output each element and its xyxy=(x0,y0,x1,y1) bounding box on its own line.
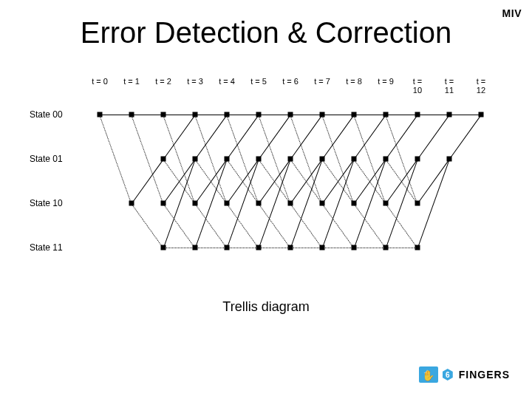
time-label: t = 7 xyxy=(314,78,330,86)
trellis-edge xyxy=(386,115,418,160)
trellis-edge xyxy=(290,248,322,248)
trellis-edge xyxy=(449,115,481,115)
figure-caption: Trellis diagram xyxy=(0,299,532,315)
trellis-edge xyxy=(417,115,449,115)
trellis-edge xyxy=(290,203,322,248)
trellis-edge xyxy=(227,159,259,248)
trellis-node xyxy=(98,112,103,117)
trellis-edge xyxy=(321,115,354,203)
trellis-node xyxy=(225,201,230,206)
trellis-node xyxy=(288,201,293,206)
trellis-node xyxy=(129,201,134,206)
trellis-edge xyxy=(226,115,259,203)
trellis-edge xyxy=(195,115,228,160)
trellis-edge xyxy=(322,115,355,160)
time-label: t = 6 xyxy=(282,78,299,86)
trellis-node xyxy=(415,245,420,250)
trellis-edge xyxy=(322,115,354,115)
trellis-node xyxy=(161,201,166,206)
time-label: t = 1 xyxy=(123,78,140,86)
slide: MIV Error Detection & Correction State 0… xyxy=(0,0,532,399)
trellis-node xyxy=(320,157,325,162)
trellis-diagram: State 00State 01State 10State 11t = 0t =… xyxy=(30,81,502,273)
trellis-node xyxy=(447,112,452,117)
trellis-edge xyxy=(163,248,195,248)
trellis-edge xyxy=(163,115,195,115)
time-label: t = 5 xyxy=(250,78,267,86)
trellis-node xyxy=(161,157,166,162)
trellis-edge xyxy=(290,115,322,203)
trellis-node xyxy=(383,157,389,162)
trellis-edge xyxy=(163,115,195,203)
trellis-edge xyxy=(195,159,228,248)
hand-icon xyxy=(419,366,438,383)
trellis-node xyxy=(225,245,230,250)
trellis-node xyxy=(288,112,293,117)
trellis-edge xyxy=(163,203,195,248)
time-label: t =12 xyxy=(477,78,486,95)
trellis-node xyxy=(288,245,293,250)
trellis-edge xyxy=(386,159,418,248)
trellis-edge xyxy=(132,159,164,204)
trellis-edge xyxy=(354,115,386,115)
trellis-edge xyxy=(386,115,417,115)
trellis-node xyxy=(352,245,357,250)
trellis-node xyxy=(161,112,166,117)
trellis-edge xyxy=(195,248,227,248)
trellis-edge xyxy=(99,115,132,203)
trellis-node xyxy=(256,112,262,117)
trellis-edge xyxy=(259,248,290,248)
trellis-node xyxy=(415,157,420,162)
time-label: t = 4 xyxy=(219,78,235,86)
logo-hex-icon: 6 xyxy=(443,369,453,381)
trellis-node xyxy=(320,201,325,206)
trellis-edge xyxy=(259,115,290,115)
time-label: t = 8 xyxy=(346,78,362,86)
trellis-edge xyxy=(258,203,290,248)
trellis-edge xyxy=(258,115,290,203)
trellis-edge xyxy=(131,115,163,203)
trellis-node xyxy=(193,157,198,162)
trellis-edge xyxy=(417,115,450,160)
time-label: t =11 xyxy=(445,78,454,95)
trellis-edge xyxy=(195,115,227,115)
trellis-node xyxy=(352,112,357,117)
trellis-node xyxy=(288,157,293,162)
trellis-node xyxy=(383,201,389,206)
trellis-edge xyxy=(100,115,132,115)
trellis-edge xyxy=(354,248,386,248)
trellis-edge xyxy=(163,159,196,248)
trellis-edge xyxy=(290,159,323,248)
time-label: t = 0 xyxy=(92,78,108,86)
trellis-node xyxy=(129,112,134,117)
time-label: t = 3 xyxy=(187,78,203,86)
trellis-node xyxy=(225,112,230,117)
trellis-node xyxy=(479,112,484,117)
trellis-node xyxy=(161,245,166,250)
trellis-node xyxy=(447,157,452,162)
trellis-edge xyxy=(194,115,227,203)
state-label: State 00 xyxy=(30,109,63,120)
trellis-node xyxy=(193,245,198,250)
trellis-edge xyxy=(322,248,354,248)
trellis-edge xyxy=(227,248,259,248)
page-title: Error Detection & Correction xyxy=(0,16,532,50)
trellis-edge xyxy=(290,115,322,115)
trellis-edge xyxy=(322,159,355,248)
logo-word: FINGERS xyxy=(459,369,510,381)
trellis-node xyxy=(193,201,198,206)
trellis-edge xyxy=(385,203,417,248)
trellis-edge xyxy=(259,115,291,160)
time-label: t = 9 xyxy=(378,78,394,86)
trellis-edge xyxy=(417,159,450,204)
trellis-edge xyxy=(290,115,323,160)
trellis-edge xyxy=(354,115,386,160)
trellis-node xyxy=(415,201,420,206)
trellis-edge xyxy=(353,203,386,248)
trellis-node xyxy=(256,201,262,206)
trellis-edge xyxy=(259,159,291,248)
trellis-node xyxy=(320,112,325,117)
trellis-node xyxy=(256,245,262,250)
trellis-edge xyxy=(353,115,386,203)
trellis-edge xyxy=(163,115,196,160)
